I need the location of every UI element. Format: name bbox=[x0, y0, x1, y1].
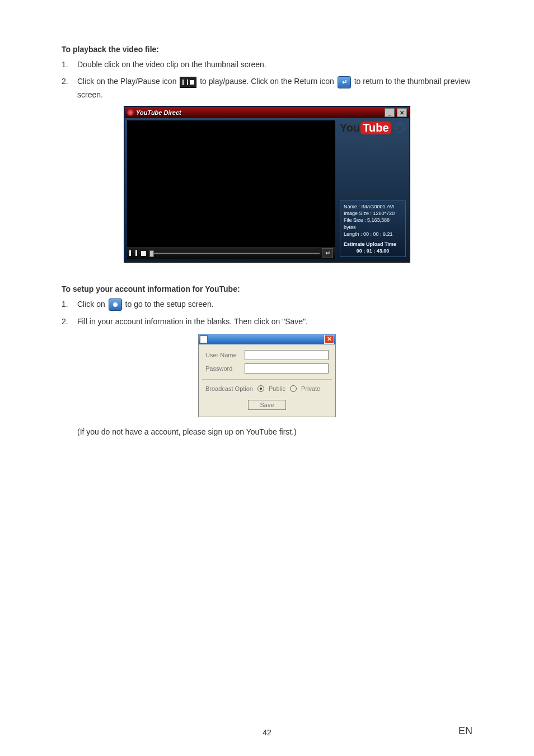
gear-icon[interactable] bbox=[395, 123, 405, 133]
stop-button[interactable] bbox=[139, 249, 147, 257]
broadcast-label: Broadcast Option bbox=[205, 385, 253, 392]
username-label: User Name bbox=[205, 352, 245, 358]
text-fragment: to play/pause. Click on the Return icon bbox=[200, 77, 336, 86]
private-radio[interactable] bbox=[290, 385, 297, 392]
file-info-box: Name : IMAG0001.AVI Image Size : 1280*72… bbox=[340, 200, 406, 257]
list-text: Click on the Play/Pause icon to play/pau… bbox=[77, 75, 472, 101]
video-pane bbox=[127, 120, 335, 259]
dialog-icon bbox=[200, 335, 208, 343]
info-est-label: Estimate Upload Time bbox=[344, 241, 402, 248]
side-pane: You Tube Name : IMAG0001.AVI Image Size … bbox=[336, 118, 409, 262]
dialog-close-button[interactable]: ✕ bbox=[324, 335, 334, 344]
password-input[interactable] bbox=[245, 363, 329, 374]
text-fragment: Click on the Play/Pause icon bbox=[77, 77, 179, 86]
seek-thumb[interactable] bbox=[149, 250, 154, 257]
return-icon bbox=[338, 76, 351, 88]
list-text: Fill in your account information in the … bbox=[77, 315, 472, 328]
password-label: Password bbox=[205, 365, 245, 372]
app-icon bbox=[127, 109, 134, 116]
list-number: 2. bbox=[62, 315, 77, 328]
list-text: Click on to go to the setup screen. bbox=[77, 298, 472, 311]
youtube-direct-window: YouTube Direct _ ✕ bbox=[124, 106, 410, 262]
public-radio[interactable] bbox=[257, 385, 264, 392]
save-button[interactable]: Save bbox=[248, 400, 285, 410]
info-image-size: Image Size : 1280*720 bbox=[344, 210, 402, 217]
page-number: 42 bbox=[0, 728, 534, 737]
info-name: Name : IMAG0001.AVI bbox=[344, 203, 402, 210]
pause-button[interactable] bbox=[129, 249, 137, 257]
list-item: 1. Double click on the video clip on the… bbox=[62, 58, 472, 71]
list-number: 1. bbox=[62, 298, 77, 310]
list-number: 1. bbox=[62, 58, 77, 71]
private-label: Private bbox=[301, 385, 320, 392]
info-length: Length : 00 : 00 : 9.21 bbox=[344, 231, 402, 237]
divider bbox=[202, 379, 332, 380]
language-label: EN bbox=[458, 725, 472, 737]
play-pause-icon bbox=[180, 77, 196, 88]
info-file-size: File Size : 5,163,388 bytes bbox=[344, 217, 402, 230]
username-input[interactable] bbox=[245, 350, 329, 360]
logo-tube: Tube bbox=[360, 122, 391, 134]
controls-bar bbox=[127, 247, 335, 259]
setup-icon bbox=[109, 298, 122, 311]
text-fragment: to go to the setup screen. bbox=[125, 300, 214, 309]
text-fragment: Click on bbox=[77, 300, 107, 309]
signup-note: (If you do not have a account, please si… bbox=[77, 427, 472, 436]
logo-you: You bbox=[340, 122, 360, 134]
app-title: YouTube Direct bbox=[136, 109, 382, 116]
seek-bar[interactable] bbox=[149, 249, 320, 257]
dialog-titlebar: ✕ bbox=[199, 334, 335, 344]
section1-heading: To playback the video file: bbox=[62, 45, 472, 54]
list-item: 2. Click on the Play/Pause icon to play/… bbox=[62, 75, 472, 101]
return-button[interactable] bbox=[322, 248, 333, 258]
minimize-button[interactable]: _ bbox=[385, 108, 395, 117]
section2-heading: To setup your account information for Yo… bbox=[62, 284, 472, 293]
youtube-logo: You Tube bbox=[340, 122, 391, 134]
public-label: Public bbox=[269, 385, 285, 392]
list-number: 2. bbox=[62, 75, 77, 87]
list-item: 1. Click on to go to the setup screen. bbox=[62, 298, 472, 311]
list-item: 2. Fill in your account information in t… bbox=[62, 315, 472, 328]
info-est-time: 00 : 01 : 43.00 bbox=[344, 248, 402, 254]
titlebar: YouTube Direct _ ✕ bbox=[125, 107, 409, 118]
close-button[interactable]: ✕ bbox=[397, 108, 407, 117]
settings-dialog: ✕ User Name Password Broadcast Option Pu… bbox=[198, 334, 336, 417]
list-text: Double click on the video clip on the th… bbox=[77, 58, 472, 71]
